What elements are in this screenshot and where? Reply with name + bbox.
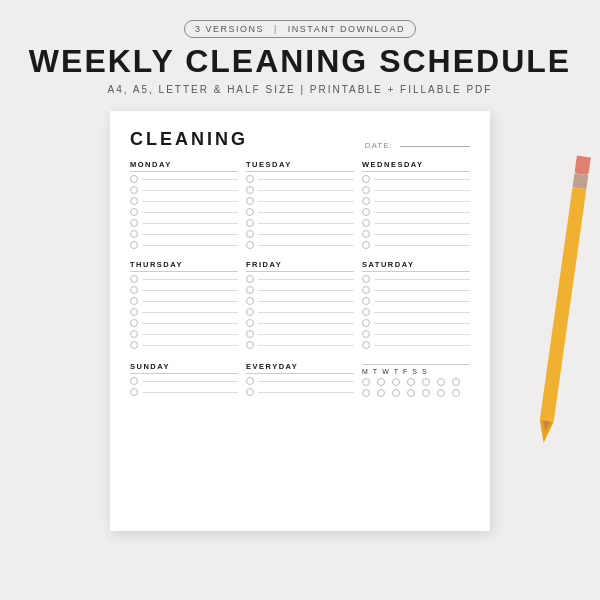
- checklist-item[interactable]: [130, 175, 238, 183]
- check-line: [374, 201, 470, 202]
- check-circle[interactable]: [407, 378, 415, 386]
- checklist-item[interactable]: [362, 341, 470, 349]
- checklist-item[interactable]: [246, 175, 354, 183]
- checklist-item[interactable]: [246, 219, 354, 227]
- checklist-item[interactable]: [362, 230, 470, 238]
- check-circle: [246, 241, 254, 249]
- check-circle: [130, 341, 138, 349]
- pencil: [527, 154, 598, 455]
- check-circle: [362, 230, 370, 238]
- check-circle[interactable]: [422, 389, 430, 397]
- checklist-item[interactable]: [246, 275, 354, 283]
- check-line: [258, 345, 354, 346]
- paper-document: CLEANING DATE: MONDAYTUESDAYWEDNESDAYTHU…: [110, 111, 490, 531]
- checklist-item[interactable]: [362, 219, 470, 227]
- checklist-item[interactable]: [130, 377, 238, 385]
- check-line: [142, 245, 238, 246]
- check-line: [374, 223, 470, 224]
- checklist-item[interactable]: [246, 330, 354, 338]
- check-circle[interactable]: [377, 389, 385, 397]
- check-circle: [246, 297, 254, 305]
- check-circle[interactable]: [392, 389, 400, 397]
- check-circle: [246, 308, 254, 316]
- check-line: [258, 392, 354, 393]
- checklist-item[interactable]: [130, 208, 238, 216]
- checklist-item[interactable]: [246, 297, 354, 305]
- day-section-saturday: SATURDAY: [362, 260, 470, 352]
- checklist-item[interactable]: [362, 241, 470, 249]
- check-line: [374, 312, 470, 313]
- checklist-item[interactable]: [246, 341, 354, 349]
- checklist-item[interactable]: [362, 275, 470, 283]
- check-circle[interactable]: [407, 389, 415, 397]
- subtitle: A4, A5, LETTER & HALF SIZE | PRINTABLE +…: [0, 84, 600, 95]
- checklist-item[interactable]: [246, 186, 354, 194]
- check-circle: [362, 297, 370, 305]
- checklist-item[interactable]: [362, 286, 470, 294]
- checklist-item[interactable]: [130, 330, 238, 338]
- check-circle[interactable]: [377, 378, 385, 386]
- checklist-item[interactable]: [246, 230, 354, 238]
- day-section-tuesday: TUESDAY: [246, 160, 354, 252]
- check-line: [142, 334, 238, 335]
- check-circle: [130, 219, 138, 227]
- checklist-item[interactable]: [130, 297, 238, 305]
- checklist-item[interactable]: [130, 219, 238, 227]
- check-circle: [246, 319, 254, 327]
- day-section-wednesday: WEDNESDAY: [362, 160, 470, 252]
- checklist-item[interactable]: [362, 308, 470, 316]
- check-circle: [130, 197, 138, 205]
- checklist-item[interactable]: [246, 208, 354, 216]
- checklist-item[interactable]: [130, 275, 238, 283]
- check-circle[interactable]: [362, 389, 370, 397]
- checklist-item[interactable]: [362, 186, 470, 194]
- date-line: [400, 146, 470, 147]
- checklist-item[interactable]: [130, 388, 238, 396]
- check-line: [142, 212, 238, 213]
- tracker-day-letter: T: [394, 368, 398, 375]
- checklist-item[interactable]: [130, 286, 238, 294]
- checklist-item[interactable]: [246, 377, 354, 385]
- date-label: DATE:: [365, 141, 393, 150]
- check-circle[interactable]: [452, 378, 460, 386]
- date-field: DATE:: [365, 141, 470, 150]
- checklist-item[interactable]: [362, 208, 470, 216]
- check-circle[interactable]: [422, 378, 430, 386]
- checklist-item[interactable]: [246, 241, 354, 249]
- check-line: [258, 323, 354, 324]
- check-circle: [362, 286, 370, 294]
- check-circle: [362, 319, 370, 327]
- check-circle[interactable]: [362, 378, 370, 386]
- check-line: [258, 234, 354, 235]
- habit-tracker: MTWTFSS: [362, 362, 470, 407]
- checklist-item[interactable]: [246, 319, 354, 327]
- check-line: [142, 392, 238, 393]
- checklist-item[interactable]: [362, 197, 470, 205]
- checklist-item[interactable]: [130, 241, 238, 249]
- check-circle[interactable]: [437, 378, 445, 386]
- check-circle: [130, 388, 138, 396]
- checklist-item[interactable]: [362, 175, 470, 183]
- checklist-item[interactable]: [130, 319, 238, 327]
- checklist-item[interactable]: [130, 341, 238, 349]
- checklist-item[interactable]: [246, 286, 354, 294]
- check-line: [374, 279, 470, 280]
- checklist-item[interactable]: [246, 308, 354, 316]
- check-circle[interactable]: [392, 378, 400, 386]
- checklist-item[interactable]: [130, 230, 238, 238]
- check-circle[interactable]: [452, 389, 460, 397]
- checklist-item[interactable]: [130, 308, 238, 316]
- checklist-item[interactable]: [130, 197, 238, 205]
- check-circle[interactable]: [437, 389, 445, 397]
- checklist-item[interactable]: [362, 319, 470, 327]
- check-circle: [362, 275, 370, 283]
- checklist-item[interactable]: [362, 297, 470, 305]
- check-line: [142, 312, 238, 313]
- checklist-item[interactable]: [246, 388, 354, 396]
- check-line: [374, 212, 470, 213]
- checklist-item[interactable]: [246, 197, 354, 205]
- checklist-item[interactable]: [362, 330, 470, 338]
- checklist-item[interactable]: [130, 186, 238, 194]
- day-section-monday: MONDAY: [130, 160, 238, 252]
- tracker-day-letter: F: [403, 368, 407, 375]
